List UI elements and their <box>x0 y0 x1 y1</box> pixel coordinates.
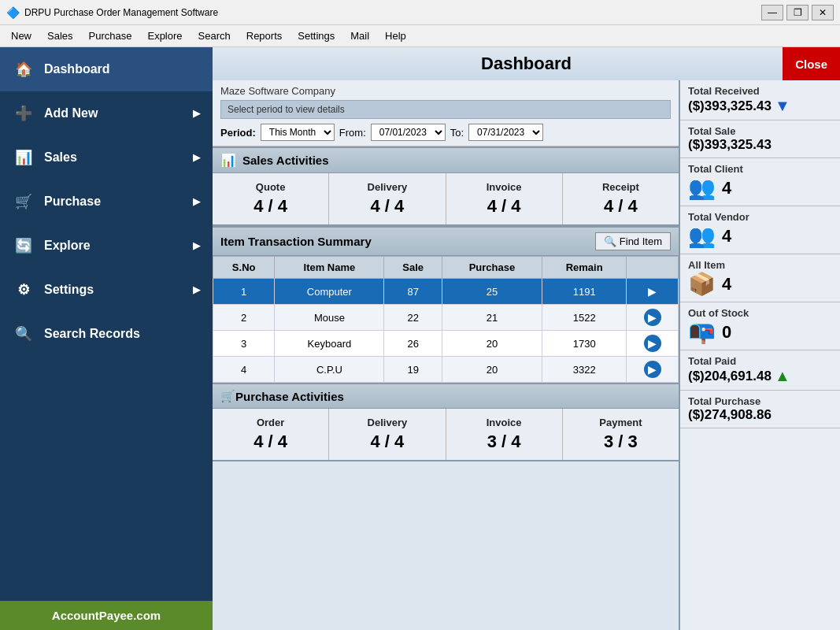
cell-action: ▶ <box>627 357 679 383</box>
cell-remain: 1191 <box>542 279 627 305</box>
sidebar-label-settings: Settings <box>44 283 94 297</box>
total-client-block: Total Client 👥 4 <box>680 158 840 206</box>
delivery-label: Delivery <box>337 181 437 193</box>
menu-item-sales[interactable]: Sales <box>39 28 81 43</box>
sidebar-label-explore: Explore <box>44 239 91 253</box>
total-purchase-value: ($)274,908.86 <box>688 407 832 423</box>
menu-item-search[interactable]: Search <box>191 28 239 43</box>
row-detail-button[interactable]: ▶ <box>644 283 661 300</box>
table-row[interactable]: 1 Computer 87 25 1191 ▶ <box>213 279 679 305</box>
sales-delivery-card: Delivery 4 / 4 <box>329 173 446 224</box>
menu-item-new[interactable]: New <box>3 28 39 43</box>
row-detail-button[interactable]: ▶ <box>644 335 661 352</box>
dashboard-header: Dashboard Close <box>213 47 840 80</box>
total-sale-block: Total Sale ($)393,325.43 <box>680 120 840 158</box>
total-received-value: ($)393,325.43 ▼ <box>688 97 832 115</box>
cell-purchase: 25 <box>442 279 542 305</box>
maximize-button[interactable]: ❐ <box>786 5 809 20</box>
menu-item-purchase[interactable]: Purchase <box>81 28 140 43</box>
p-invoice-label: Invoice <box>454 417 554 428</box>
all-item-label: All Item <box>688 259 832 271</box>
total-purchase-label: Total Purchase <box>688 395 832 407</box>
clients-icon: 👥 <box>688 175 716 201</box>
cell-name: Keyboard <box>275 331 384 357</box>
cell-sno: 2 <box>213 305 275 331</box>
p-order-label: Order <box>220 417 320 428</box>
from-date-dropdown[interactable]: 07/01/2023 <box>371 124 446 141</box>
cell-action: ▶ <box>627 279 679 305</box>
sidebar-label-add-new: Add New <box>44 106 98 120</box>
chart-icon: 📊 <box>220 153 236 168</box>
sidebar-item-purchase[interactable]: 🛒 Purchase ▶ <box>0 180 213 224</box>
cell-sno: 1 <box>213 279 275 305</box>
p-delivery-value: 4 / 4 <box>337 432 437 452</box>
table-row[interactable]: 2 Mouse 22 21 1522 ▶ <box>213 305 679 331</box>
total-vendor-value: 4 <box>722 226 731 246</box>
cell-name: Mouse <box>275 305 384 331</box>
total-vendor-block: Total Vendor 👥 4 <box>680 206 840 254</box>
cell-action: ▶ <box>627 331 679 357</box>
receipt-label: Receipt <box>571 181 671 193</box>
sidebar-item-sales[interactable]: 📊 Sales ▶ <box>0 135 213 180</box>
total-vendor-row: 👥 4 <box>688 223 832 249</box>
sidebar-item-settings[interactable]: ⚙ Settings ▶ <box>0 268 213 312</box>
table-header-row: S.No Item Name Sale Purchase Remain <box>213 257 679 279</box>
search-icon-small: 🔍 <box>604 235 616 247</box>
purchase-activities-title: Purchase Activities <box>235 390 344 403</box>
window-close-button[interactable]: ✕ <box>812 5 834 20</box>
col-purchase: Purchase <box>442 257 542 279</box>
sidebar-item-dashboard[interactable]: 🏠 Dashboard <box>0 47 213 91</box>
all-item-row: 📦 4 <box>688 271 832 297</box>
sidebar-item-explore[interactable]: 🔄 Explore ▶ <box>0 224 213 268</box>
table-row[interactable]: 3 Keyboard 26 20 1730 ▶ <box>213 331 679 357</box>
total-sale-label: Total Sale <box>688 125 832 137</box>
total-client-value: 4 <box>722 178 731 198</box>
menu-item-reports[interactable]: Reports <box>239 28 290 43</box>
arrow-icon-purchase: ▶ <box>193 196 200 207</box>
table-row[interactable]: 4 C.P.U 19 20 3322 ▶ <box>213 357 679 383</box>
menu-item-explore[interactable]: Explore <box>139 28 190 43</box>
paid-arrow-up-icon: ▲ <box>775 367 790 385</box>
col-action <box>627 257 679 279</box>
received-arrow-down-icon: ▼ <box>775 97 790 115</box>
cell-purchase: 20 <box>442 357 542 383</box>
sidebar-item-search-records[interactable]: 🔍 Search Records <box>0 312 213 356</box>
cell-remain: 1522 <box>542 305 627 331</box>
close-button[interactable]: Close <box>783 47 840 80</box>
cell-name: C.P.U <box>275 357 384 383</box>
col-remain: Remain <box>542 257 627 279</box>
menu-item-settings[interactable]: Settings <box>290 28 342 43</box>
total-received-block: Total Received ($)393,325.43 ▼ <box>680 80 840 120</box>
cell-name: Computer <box>275 279 384 305</box>
cell-remain: 1730 <box>542 331 627 357</box>
arrow-icon-settings: ▶ <box>193 284 200 295</box>
item-summary-title: Item Transaction Summary <box>220 235 372 248</box>
minimize-button[interactable]: — <box>761 5 783 20</box>
to-date-dropdown[interactable]: 07/31/2023 <box>468 124 543 141</box>
total-paid-value: ($)204,691.48 ▲ <box>688 367 832 385</box>
all-item-icon: 📦 <box>688 271 716 297</box>
cell-sno: 4 <box>213 357 275 383</box>
total-sale-value: ($)393,325.43 <box>688 137 832 153</box>
cell-sale: 87 <box>384 279 442 305</box>
window-controls: — ❐ ✕ <box>761 5 834 20</box>
sidebar-item-add-new[interactable]: ➕ Add New ▶ <box>0 91 213 135</box>
purchase-invoice-card: Invoice 3 / 4 <box>446 409 563 460</box>
col-item-name: Item Name <box>275 257 384 279</box>
menu-item-mail[interactable]: Mail <box>342 28 377 43</box>
row-detail-button[interactable]: ▶ <box>644 361 661 378</box>
quote-label: Quote <box>220 181 320 193</box>
cell-action: ▶ <box>627 305 679 331</box>
row-detail-button[interactable]: ▶ <box>644 309 661 326</box>
sidebar: 🏠 Dashboard ➕ Add New ▶ 📊 Sales ▶ 🛒 Purc… <box>0 47 213 630</box>
total-paid-block: Total Paid ($)204,691.48 ▲ <box>680 350 840 391</box>
menu-item-help[interactable]: Help <box>377 28 414 43</box>
brand-label: AccountPayee.com <box>52 609 161 622</box>
sidebar-bottom-brand: AccountPayee.com <box>0 601 213 630</box>
period-dropdown[interactable]: This Month Last Month This Year <box>261 124 335 141</box>
sidebar-label-search: Search Records <box>44 327 140 341</box>
sales-quote-card: Quote 4 / 4 <box>213 173 329 224</box>
find-item-button[interactable]: 🔍 Find Item <box>595 232 671 250</box>
col-sno: S.No <box>213 257 275 279</box>
period-label: Period: <box>220 127 256 139</box>
